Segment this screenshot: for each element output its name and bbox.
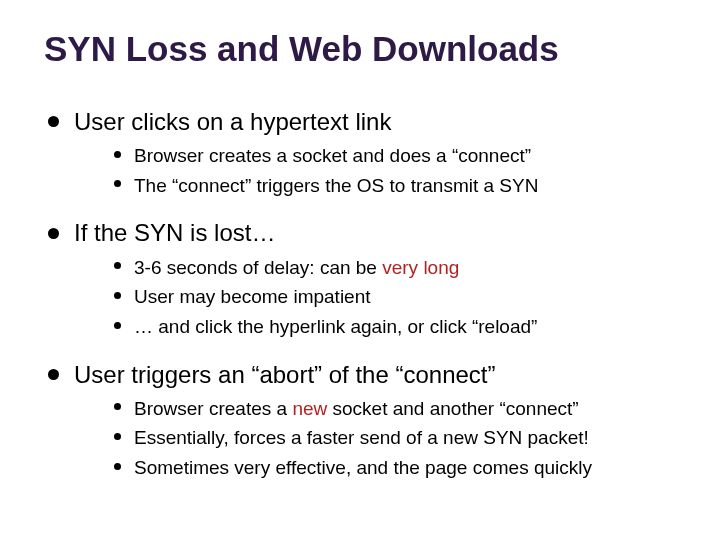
sub-bullet-text: User may become impatient — [134, 286, 371, 307]
sub-bullet-item: The “connect” triggers the OS to transmi… — [74, 172, 676, 200]
slide-title: SYN Loss and Web Downloads — [44, 28, 676, 70]
bullet-text: If the SYN is lost… — [74, 219, 275, 246]
sub-bullet-text: … and click the hyperlink again, or clic… — [134, 316, 537, 337]
sub-bullet-item: Browser creates a new socket and another… — [74, 395, 676, 423]
sub-list: Browser creates a socket and does a “con… — [74, 142, 676, 199]
bullet-text: User triggers an “abort” of the “connect… — [74, 361, 496, 388]
sub-bullet-suffix: socket and another “connect” — [327, 398, 578, 419]
sub-bullet-prefix: Browser creates a — [134, 398, 292, 419]
sub-bullet-item: 3-6 seconds of delay: can be very long — [74, 254, 676, 282]
sub-bullet-text: Browser creates a socket and does a “con… — [134, 145, 531, 166]
bullet-text: User clicks on a hypertext link — [74, 108, 391, 135]
sub-bullet-text: Essentially, forces a faster send of a n… — [134, 427, 589, 448]
sub-bullet-text: The “connect” triggers the OS to transmi… — [134, 175, 538, 196]
sub-bullet-text: Sometimes very effective, and the page c… — [134, 457, 592, 478]
sub-bullet-prefix: 3-6 seconds of delay: can be — [134, 257, 382, 278]
bullet-list: User clicks on a hypertext link Browser … — [44, 106, 676, 482]
bullet-item: User triggers an “abort” of the “connect… — [44, 359, 676, 482]
sub-bullet-highlight: very long — [382, 257, 459, 278]
sub-bullet-item: Essentially, forces a faster send of a n… — [74, 424, 676, 452]
sub-bullet-item: Sometimes very effective, and the page c… — [74, 454, 676, 482]
sub-list: 3-6 seconds of delay: can be very long U… — [74, 254, 676, 341]
slide: SYN Loss and Web Downloads User clicks o… — [0, 0, 720, 540]
sub-bullet-item: … and click the hyperlink again, or clic… — [74, 313, 676, 341]
sub-bullet-item: User may become impatient — [74, 283, 676, 311]
sub-bullet-item: Browser creates a socket and does a “con… — [74, 142, 676, 170]
sub-bullet-highlight: new — [292, 398, 327, 419]
bullet-item: User clicks on a hypertext link Browser … — [44, 106, 676, 199]
bullet-item: If the SYN is lost… 3-6 seconds of delay… — [44, 217, 676, 340]
sub-list: Browser creates a new socket and another… — [74, 395, 676, 482]
